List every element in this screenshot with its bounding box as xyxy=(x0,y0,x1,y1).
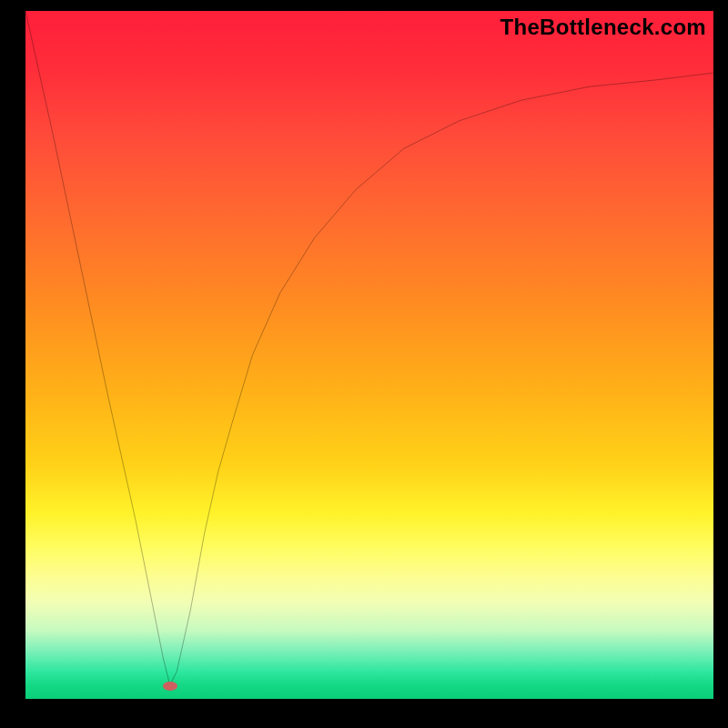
chart-canvas: TheBottleneck.com xyxy=(0,0,728,728)
bottleneck-curve xyxy=(25,11,713,699)
plot-area: TheBottleneck.com xyxy=(25,11,713,699)
optimum-marker-icon xyxy=(163,682,177,691)
watermark-label: TheBottleneck.com xyxy=(500,15,706,40)
